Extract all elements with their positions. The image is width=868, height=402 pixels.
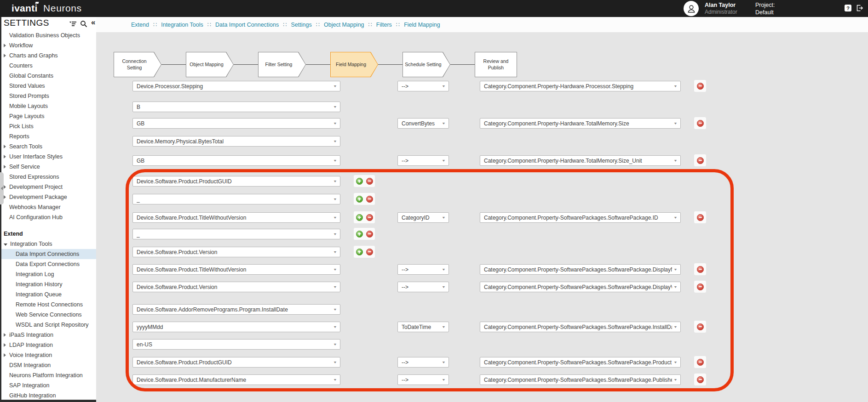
source-field-select[interactable]: GB▼ (132, 118, 340, 129)
sidebar-item-workflow[interactable]: Workflow (0, 40, 96, 51)
source-field-select[interactable]: B▼ (132, 102, 340, 112)
add-mapping-button[interactable] (356, 178, 363, 185)
breadcrumb-item-integration-tools[interactable]: Integration Tools (161, 22, 203, 28)
sidebar-item-github-integration[interactable]: GitHub Integration (0, 391, 96, 400)
sidebar-item-wsdl-and-script-repository[interactable]: WSDL and Script Repository (0, 320, 96, 330)
source-field-select[interactable]: GB▼ (132, 155, 340, 166)
source-field-select[interactable]: Device.Memory.Physical.BytesTotal▼ (132, 136, 340, 147)
sidebar-item-stored-prompts[interactable]: Stored Prompts (0, 91, 96, 101)
target-field-select[interactable]: Category.Component.Property-SoftwarePack… (480, 374, 681, 385)
source-field-select[interactable]: yyyyMMdd▼ (132, 322, 340, 332)
sidebar-item-voice-integration[interactable]: Voice Integration (0, 350, 96, 360)
operation-select[interactable]: ToDateTime▼ (397, 322, 449, 332)
caret-right-icon[interactable] (4, 44, 6, 47)
sidebar-item-web-service-connections[interactable]: Web Service Connections (0, 310, 96, 320)
operation-select[interactable]: -->▼ (397, 357, 449, 368)
sidebar-item-sap-integration[interactable]: SAP Integration (0, 380, 96, 391)
search-icon[interactable] (80, 20, 87, 29)
operation-select[interactable]: -->▼ (397, 282, 449, 292)
caret-right-icon[interactable] (4, 343, 6, 347)
sidebar-item-webhooks-manager[interactable]: Webhooks Manager (0, 202, 96, 212)
sidebar-item-integration-log[interactable]: Integration Log (0, 269, 96, 279)
source-field-select[interactable]: _▼ (132, 194, 340, 204)
caret-right-icon[interactable] (4, 155, 6, 159)
target-field-select[interactable]: Category.Component.Property-SoftwarePack… (480, 264, 681, 275)
wizard-step-object-mapping[interactable]: Object Mapping (186, 52, 234, 77)
breadcrumb-item-settings[interactable]: Settings (291, 22, 312, 28)
add-mapping-button[interactable] (356, 249, 363, 255)
breadcrumb-item-field-mapping[interactable]: Field Mapping (404, 22, 440, 28)
source-field-select[interactable]: _▼ (132, 229, 340, 239)
filter-list-icon[interactable] (69, 20, 77, 29)
caret-right-icon[interactable] (4, 333, 6, 337)
add-mapping-button[interactable] (356, 231, 363, 238)
source-field-select[interactable]: Device.Software.Product.TitleWithoutVers… (132, 264, 340, 275)
sidebar-item-neurons-platform-integration[interactable]: Neurons Platform Integration (0, 370, 96, 380)
remove-row-button[interactable] (694, 321, 706, 333)
target-field-select[interactable]: Category.Component.Property-Hardware.Tot… (480, 118, 681, 129)
sidebar-item-ldap-integration[interactable]: LDAP Integration (0, 340, 96, 350)
remove-mapping-button[interactable] (366, 178, 373, 185)
sidebar-item-global-constants[interactable]: Global Constants (0, 71, 96, 81)
source-field-select[interactable]: Device.Software.Product.TitleWithoutVers… (132, 212, 340, 223)
remove-row-button[interactable] (694, 263, 706, 275)
sidebar-item-integration-history[interactable]: Integration History (0, 279, 96, 289)
project-value[interactable]: Default (755, 9, 775, 16)
source-field-select[interactable]: Device.Software.Product.ManufacturerName… (132, 374, 340, 385)
caret-right-icon[interactable] (4, 145, 6, 148)
operation-select[interactable]: -->▼ (397, 264, 449, 275)
sidebar-item-stored-expressions[interactable]: Stored Expressions (0, 172, 96, 182)
add-mapping-button[interactable] (356, 214, 363, 221)
caret-right-icon[interactable] (4, 353, 6, 357)
sidebar-item-pick-lists[interactable]: Pick Lists (0, 121, 96, 131)
sidebar-item-development-package[interactable]: Development Package (0, 192, 96, 202)
breadcrumb-item-data-import-connections[interactable]: Data Import Connections (215, 22, 279, 28)
sidebar-item-data-export-connections[interactable]: Data Export Connections (0, 259, 96, 269)
remove-row-button[interactable] (694, 154, 706, 166)
add-mapping-button[interactable] (356, 196, 363, 203)
remove-row-button[interactable] (694, 374, 706, 385)
operation-select[interactable]: CategoryID▼ (397, 212, 449, 223)
target-field-select[interactable]: Category.Component.Property-SoftwarePack… (480, 357, 681, 368)
caret-down-icon[interactable] (4, 243, 7, 246)
sidebar-item-development-project[interactable]: Development Project (0, 182, 96, 192)
remove-mapping-button[interactable] (366, 196, 373, 203)
logout-icon[interactable] (856, 4, 863, 12)
caret-right-icon[interactable] (4, 185, 6, 189)
sidebar-item-mobile-layouts[interactable]: Mobile Layouts (0, 101, 96, 111)
operation-select[interactable]: -->▼ (397, 81, 449, 91)
source-field-select[interactable]: Device.Software.Product.ProductGUID▼ (132, 176, 340, 187)
wizard-step-schedule-setting[interactable]: Schedule Setting (402, 52, 450, 77)
target-field-select[interactable]: Category.Component.Property-SoftwarePack… (480, 212, 681, 223)
sidebar-item-counters[interactable]: Counters (0, 61, 96, 71)
wizard-step-connection-setting[interactable]: Connection Setting (114, 52, 161, 77)
sidebar-scroll-handle[interactable] (0, 172, 4, 204)
target-field-select[interactable]: Category.Component.Property-Hardware.Pro… (480, 81, 681, 91)
remove-row-button[interactable] (694, 211, 706, 223)
sidebar-item-charts-and-graphs[interactable]: Charts and Graphs (0, 51, 96, 61)
sidebar-item-search-tools[interactable]: Search Tools (0, 142, 96, 152)
source-field-select[interactable]: Device.Processor.Stepping▼ (132, 81, 340, 91)
sidebar-item-self-service[interactable]: Self Service (0, 162, 96, 172)
remove-mapping-button[interactable] (366, 214, 373, 221)
breadcrumb-item-object-mapping[interactable]: Object Mapping (324, 22, 364, 28)
remove-row-button[interactable] (694, 281, 706, 293)
remove-row-button[interactable] (694, 80, 706, 92)
sidebar-item-stored-values[interactable]: Stored Values (0, 81, 96, 91)
remove-mapping-button[interactable] (366, 231, 373, 238)
sidebar-item-reports[interactable]: Reports (0, 131, 96, 142)
source-field-select[interactable]: Device.Software.AddorRemovePrograms.Prog… (132, 304, 340, 315)
target-field-select[interactable]: Category.Component.Property-SoftwarePack… (480, 322, 681, 332)
help-icon[interactable]: ? (845, 5, 851, 11)
wizard-step-filter-setting[interactable]: Filter Setting (258, 52, 306, 77)
caret-right-icon[interactable] (4, 54, 6, 57)
source-field-select[interactable]: Device.Software.Product.ProductGUID▼ (132, 357, 340, 368)
remove-row-button[interactable] (694, 356, 706, 368)
sidebar-item-page-layouts[interactable]: Page Layouts (0, 111, 96, 121)
wizard-step-field-mapping[interactable]: Field Mapping (330, 52, 378, 77)
sidebar-item-user-interface-styles[interactable]: User Interface Styles (0, 152, 96, 162)
operation-select[interactable]: -->▼ (397, 374, 449, 385)
wizard-step-review-and-publish[interactable]: Review and Publish (475, 52, 517, 77)
caret-right-icon[interactable] (4, 165, 6, 169)
sidebar-item-integration-queue[interactable]: Integration Queue (0, 289, 96, 300)
